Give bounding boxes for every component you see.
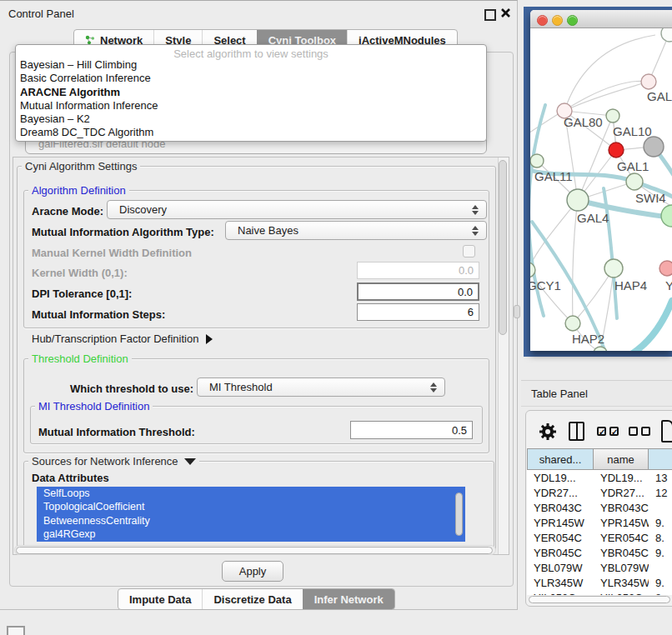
table-cell: 8. bbox=[649, 532, 672, 544]
tab-label: Discretize Data bbox=[213, 593, 291, 606]
table-cell: YIL052C bbox=[594, 592, 649, 596]
attribute-item-topologicalcoefficient[interactable]: TopologicalCoefficient bbox=[37, 500, 465, 513]
table-panel-title: Table Panel bbox=[531, 388, 588, 400]
network-node[interactable] bbox=[661, 28, 672, 42]
column-header-name[interactable]: name bbox=[594, 448, 649, 470]
mi-steps-field[interactable]: 6 bbox=[357, 303, 479, 321]
settings-vertical-scrollbar-thumb[interactable] bbox=[499, 160, 507, 335]
table-row[interactable]: YLR345WYLR345W9. bbox=[527, 575, 672, 590]
table-cell: 9. bbox=[649, 577, 672, 589]
chevron-right-icon bbox=[206, 334, 213, 344]
table-row[interactable]: YBL079WYBL079W bbox=[527, 560, 672, 575]
attribute-item-selfloops[interactable]: SelfLoops bbox=[37, 487, 465, 500]
network-node-gal11[interactable] bbox=[530, 154, 544, 168]
aracne-mode-value: Discovery bbox=[119, 203, 167, 216]
mi-type-label: Mutual Information Algorithm Type: bbox=[32, 226, 214, 238]
split-columns-icon[interactable] bbox=[569, 422, 584, 441]
hub-definition-label: Hub/Transcription Factor Definition bbox=[32, 332, 198, 345]
sources-group-toggle[interactable]: Sources for Network Inference bbox=[28, 455, 199, 468]
data-attributes-label: Data Attributes bbox=[32, 472, 109, 484]
column-header-a[interactable]: A bbox=[649, 448, 672, 470]
node-label-swi4: SWI4 bbox=[635, 191, 666, 205]
table-row[interactable]: YDL19...YDL19...13 bbox=[527, 470, 672, 485]
table-row[interactable]: YBR043CYBR043C bbox=[527, 500, 672, 515]
screen: Control Panel galFiltered.sif default no… bbox=[0, 0, 672, 635]
node-label-hap2: HAP2 bbox=[572, 332, 604, 346]
algorithm-dropdown-list: Bayesian – Hill ClimbingBasic Correlatio… bbox=[20, 58, 482, 140]
which-threshold-combobox[interactable]: MI Threshold bbox=[197, 378, 445, 397]
node-label-hap4: HAP4 bbox=[614, 278, 647, 292]
partial-window-box bbox=[7, 626, 25, 635]
dropdown-item-aracne-algorithm[interactable]: ARACNE Algorithm bbox=[20, 86, 482, 99]
tab-impute-data[interactable]: Impute Data bbox=[118, 589, 202, 609]
mi-type-combobox[interactable]: Naive Bayes bbox=[225, 221, 487, 240]
network-node[interactable] bbox=[644, 137, 664, 157]
table-cell: YBR045C bbox=[594, 547, 649, 559]
table-cell: YBR043C bbox=[527, 502, 594, 514]
network-canvas[interactable]: GAL7GAL80GAL10GAL1SWI4GAL11GAL4GCY1HAP4Y… bbox=[530, 28, 672, 351]
apply-button[interactable]: Apply bbox=[222, 561, 283, 582]
dpi-tolerance-field[interactable]: 0.0 bbox=[357, 282, 479, 301]
gear-icon[interactable] bbox=[539, 422, 557, 441]
table-row[interactable]: YBR045CYBR045C9. bbox=[527, 545, 672, 560]
document-icon[interactable] bbox=[661, 420, 672, 442]
algorithm-definition-title: Algorithm Definition bbox=[28, 184, 129, 197]
table-cell: YBL079W bbox=[527, 562, 594, 574]
column-header-shared[interactable]: shared... bbox=[527, 448, 594, 470]
minimize-traffic-light-icon[interactable] bbox=[552, 15, 563, 26]
table-row[interactable]: YDR27...YDR27...12 bbox=[527, 485, 672, 500]
hub-definition-toggle[interactable]: Hub/Transcription Factor Definition bbox=[32, 332, 213, 345]
unchecked-columns-icon[interactable] bbox=[629, 427, 650, 436]
table-cell: 8. bbox=[649, 592, 672, 596]
tab-discretize-data[interactable]: Discretize Data bbox=[202, 589, 302, 609]
sources-group-title: Sources for Network Inference bbox=[32, 455, 178, 468]
settings-horizontal-scrollbar-thumb[interactable] bbox=[16, 547, 493, 554]
network-node-swi4[interactable] bbox=[626, 173, 643, 190]
manual-kernel-label: Manual Kernel Width Definition bbox=[32, 247, 192, 259]
table-cell: YPR145W bbox=[594, 517, 649, 529]
network-node-gal1[interactable] bbox=[609, 142, 624, 158]
aracne-mode-combobox[interactable]: Discovery bbox=[107, 200, 487, 219]
table-cell: YER054C bbox=[527, 532, 594, 544]
checked-columns-icon[interactable]: ✓✓ bbox=[597, 427, 619, 436]
attribute-item-betweennesscentrality[interactable]: BetweennessCentrality bbox=[37, 514, 465, 528]
panel-splitter-handle[interactable] bbox=[514, 305, 520, 318]
dropdown-item-bayesian-hill-climbing[interactable]: Bayesian – Hill Climbing bbox=[20, 58, 482, 72]
network-node-gal10[interactable] bbox=[606, 109, 619, 122]
table-cell: 12 bbox=[649, 487, 672, 499]
table-row[interactable]: YIL052CYIL052C8. bbox=[527, 590, 672, 595]
network-node-y[interactable] bbox=[659, 261, 672, 276]
combo-spinner-icon bbox=[472, 226, 479, 236]
control-panel-title: Control Panel bbox=[8, 8, 74, 20]
list-vertical-scrollbar-thumb[interactable] bbox=[455, 492, 463, 536]
close-traffic-light-icon[interactable] bbox=[537, 15, 548, 26]
network-node-hap2[interactable] bbox=[565, 316, 580, 331]
dropdown-item-mutual-information-inference[interactable]: Mutual Information Inference bbox=[20, 99, 482, 112]
network-node-hap4[interactable] bbox=[604, 259, 623, 278]
mi-threshold-field[interactable]: 0.5 bbox=[350, 421, 473, 439]
mi-type-value: Naive Bayes bbox=[238, 224, 298, 237]
table-row[interactable]: YER054CYER054C8. bbox=[527, 530, 672, 545]
close-icon[interactable] bbox=[500, 8, 511, 18]
attribute-item-gal4rgexp[interactable]: gal4RGexp bbox=[37, 528, 465, 541]
tab-label: Impute Data bbox=[129, 593, 191, 606]
dropdown-item-dream8-dc-tdc-algorithm[interactable]: Dream8 DC_TDC Algorithm bbox=[20, 126, 482, 139]
table-cell: YER054C bbox=[594, 532, 649, 544]
data-attributes-list[interactable]: SelfLoopsTopologicalCoefficientBetweenne… bbox=[37, 487, 465, 542]
zoom-traffic-light-icon[interactable] bbox=[567, 15, 578, 26]
tab-infer-network[interactable]: Infer Network bbox=[303, 589, 394, 609]
dropdown-item-basic-correlation-inference[interactable]: Basic Correlation Inference bbox=[20, 72, 482, 85]
network-node-gal4[interactable] bbox=[567, 189, 589, 211]
node-label-gal4: GAL4 bbox=[577, 211, 609, 225]
table-row[interactable]: YPR145WYPR145W9. bbox=[527, 515, 672, 530]
float-window-icon[interactable] bbox=[484, 9, 496, 21]
table-cell: YBR045C bbox=[527, 547, 594, 559]
kernel-width-label: Kernel Width (0,1): bbox=[32, 267, 128, 279]
table-cell: YLR345W bbox=[527, 577, 594, 589]
network-node-gal7[interactable] bbox=[641, 74, 656, 89]
table-horizontal-scrollbar-thumb[interactable] bbox=[529, 596, 670, 603]
manual-kernel-checkbox bbox=[463, 245, 475, 258]
dropdown-item-bayesian-k2[interactable]: Bayesian – K2 bbox=[20, 112, 482, 126]
aracne-mode-label: Aracne Mode: bbox=[32, 205, 103, 218]
network-node[interactable] bbox=[661, 205, 672, 227]
